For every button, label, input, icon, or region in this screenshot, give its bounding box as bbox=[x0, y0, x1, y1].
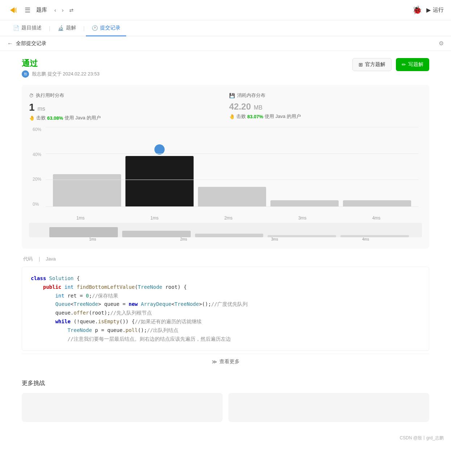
mem-value-row: 42.20 MB bbox=[229, 102, 422, 112]
x-label-1ms-2: 1ms bbox=[120, 216, 189, 221]
code-meta-sep: ｜ bbox=[37, 256, 42, 262]
grid-line-60 bbox=[46, 127, 418, 127]
y-label-20: 20% bbox=[33, 177, 46, 182]
mem-suffix: 使用 Java 的用户 bbox=[265, 113, 301, 120]
tab-bar: 📄 题目描述 | 🔬 题解 | 🕐 提交记录 bbox=[0, 20, 451, 36]
scroll-label-1ms: 1ms bbox=[49, 237, 136, 241]
bar-2-black bbox=[125, 156, 194, 207]
back-arrow[interactable]: ← bbox=[7, 40, 13, 47]
write-solution-button[interactable]: ✏ 写题解 bbox=[396, 58, 429, 71]
grid-line-0 bbox=[46, 206, 418, 207]
time-icon: ⏱ bbox=[29, 93, 34, 98]
x-label-3ms: 3ms bbox=[268, 216, 337, 221]
submitter-info: 殷志鹏 提交于 2024.02.22 23:53 bbox=[22, 70, 99, 78]
nav-arrows: ‹ › ⇄ bbox=[53, 6, 75, 15]
nav-title[interactable]: 题库 bbox=[36, 7, 47, 13]
tab-description[interactable]: 📄 题目描述 bbox=[7, 20, 47, 36]
logo[interactable] bbox=[7, 4, 19, 16]
bar-1 bbox=[53, 174, 121, 207]
bar-group-2ms bbox=[198, 187, 266, 207]
chart-scroll-area[interactable] bbox=[29, 223, 422, 237]
shuffle-icon[interactable]: ⇄ bbox=[68, 6, 75, 15]
more-challenges-title: 更多挑战 bbox=[22, 379, 429, 387]
play-icon: ▶ bbox=[426, 7, 431, 13]
y-label-0: 0% bbox=[33, 202, 46, 207]
status-pass: 通过 bbox=[22, 58, 99, 69]
bar-group-1ms-before bbox=[53, 174, 121, 207]
y-label-40: 40% bbox=[33, 152, 46, 157]
grid-line-20 bbox=[46, 180, 418, 180]
grid-line-40 bbox=[46, 153, 418, 154]
nav-list-icon[interactable]: ☰ bbox=[25, 6, 30, 14]
solution-tab-label: 题解 bbox=[66, 25, 76, 31]
code-line-6: while (!queue.isEmpty()) {//如果还有的遍历的话就继续 bbox=[31, 317, 420, 326]
tab-solution[interactable]: 🔬 题解 bbox=[52, 20, 82, 36]
challenge-card-1[interactable] bbox=[22, 393, 223, 422]
code-line-4: Queue<TreeNode> queue = new ArrayDeque<T… bbox=[31, 300, 420, 309]
scroll-label-3ms: 3ms bbox=[231, 237, 318, 241]
challenge-cards bbox=[22, 393, 429, 422]
write-btn-label: 写题解 bbox=[408, 61, 423, 68]
performance-card: ⏱ 执行用时分布 1 ms 🤚 击败 63.08% 使用 Java 的用户 💾 bbox=[22, 85, 429, 249]
code-section: 代码 ｜ Java class Solution { public int fi… bbox=[22, 256, 429, 369]
time-suffix: 使用 Java 的用户 bbox=[65, 115, 101, 121]
mem-value: 42.20 bbox=[229, 102, 251, 111]
page-footer: CSDN @殷丨grd_志鹏 bbox=[0, 429, 451, 447]
time-prefix: 击败 bbox=[36, 115, 46, 121]
prev-arrow[interactable]: ‹ bbox=[53, 6, 58, 15]
mem-sub: 🤚 击败 83.07% 使用 Java 的用户 bbox=[229, 113, 422, 120]
mem-pct: 83.07% bbox=[247, 114, 263, 119]
view-more-icon: ≫ bbox=[212, 359, 217, 365]
code-line-3: int ret = 0;//保存结果 bbox=[31, 292, 420, 300]
challenge-card-2[interactable] bbox=[228, 393, 429, 422]
code-meta: 代码 ｜ Java bbox=[22, 256, 429, 262]
run-button[interactable]: ▶ 运行 bbox=[426, 7, 444, 13]
bar-group-3ms bbox=[270, 200, 339, 207]
top-navigation: ☰ 题库 ‹ › ⇄ 🐞 ▶ 运行 bbox=[0, 0, 451, 20]
nav-left: ☰ 题库 ‹ › ⇄ bbox=[7, 4, 75, 16]
breadcrumb-text: 全部提交记录 bbox=[16, 40, 46, 47]
submitter-text: 殷志鹏 提交于 2024.02.22 23:53 bbox=[32, 71, 99, 77]
breadcrumb-bar: ← 全部提交记录 ⚙ bbox=[0, 36, 451, 51]
code-line-7: TreeNode p = queue.poll();//出队列结点 bbox=[31, 326, 420, 335]
code-block[interactable]: class Solution { public int findBottomLe… bbox=[22, 267, 429, 351]
tab-separator-1: | bbox=[49, 25, 50, 31]
bar-group-1ms-current bbox=[125, 144, 194, 207]
solution-tab-icon: 🔬 bbox=[58, 25, 64, 31]
scroll-bar-2ms bbox=[195, 234, 264, 237]
view-more-label: 查看更多 bbox=[219, 358, 240, 365]
code-lang: Java bbox=[46, 256, 55, 262]
main-content: 通过 殷志鹏 提交于 2024.02.22 23:53 ⊞ 官方题解 ✏ 写题解 bbox=[0, 51, 451, 429]
mem-prefix: 击败 bbox=[236, 113, 246, 120]
x-label-4ms: 4ms bbox=[342, 216, 411, 221]
submissions-tab-icon: 🕐 bbox=[92, 25, 98, 31]
scroll-bar-1ms-b bbox=[122, 231, 191, 237]
bar-3 bbox=[198, 187, 266, 207]
description-tab-label: 题目描述 bbox=[21, 25, 42, 31]
view-more[interactable]: ≫ 查看更多 bbox=[22, 354, 429, 369]
debug-icon[interactable]: 🐞 bbox=[412, 5, 422, 15]
official-solution-button[interactable]: ⊞ 官方题解 bbox=[352, 58, 392, 71]
y-label-60: 60% bbox=[33, 127, 46, 132]
wave-icon-mem: 🤚 bbox=[229, 114, 235, 119]
tab-separator-2: | bbox=[83, 25, 85, 31]
scroll-bar-1ms bbox=[49, 227, 118, 237]
bar-4 bbox=[270, 200, 339, 207]
time-title: ⏱ 执行用时分布 bbox=[29, 92, 222, 99]
bar-5 bbox=[343, 200, 411, 207]
code-line-5: queue.offer(root);//先入队列根节点 bbox=[31, 309, 420, 317]
next-arrow[interactable]: › bbox=[61, 6, 65, 15]
more-challenges: 更多挑战 bbox=[22, 379, 429, 422]
description-tab-icon: 📄 bbox=[13, 25, 19, 31]
bar-group-4ms bbox=[343, 200, 411, 207]
status-left: 通过 殷志鹏 提交于 2024.02.22 23:53 bbox=[22, 58, 99, 78]
mem-performance: 💾 消耗内存分布 42.20 MB 🤚 击败 83.07% 使用 Java 的用… bbox=[229, 92, 422, 121]
time-sub: 🤚 击败 63.08% 使用 Java 的用户 bbox=[29, 115, 222, 121]
tab-submissions[interactable]: 🕐 提交记录 bbox=[86, 20, 126, 36]
time-performance: ⏱ 执行用时分布 1 ms 🤚 击败 63.08% 使用 Java 的用户 bbox=[29, 92, 222, 121]
wave-icon-time: 🤚 bbox=[29, 115, 35, 121]
run-label: 运行 bbox=[433, 7, 444, 13]
scroll-label-4ms: 4ms bbox=[322, 237, 409, 241]
official-icon: ⊞ bbox=[359, 62, 363, 67]
settings-icon[interactable]: ⚙ bbox=[439, 40, 444, 47]
